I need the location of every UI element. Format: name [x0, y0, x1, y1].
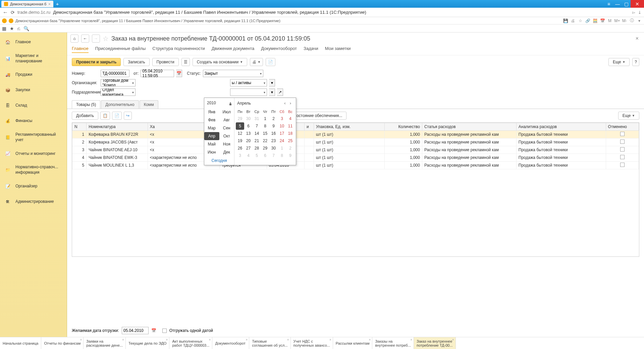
dp-day-cell[interactable]: 18: [286, 130, 294, 137]
dp-day-cell[interactable]: 7: [269, 152, 278, 159]
cell-cancelled[interactable]: [606, 162, 639, 169]
bottom-tab[interactable]: ×Отчеты по финансам: [41, 337, 84, 349]
dp-day-cell[interactable]: 8: [278, 152, 286, 159]
history-icon[interactable]: ⎌: [17, 26, 20, 31]
dp-day-cell[interactable]: 9: [286, 152, 294, 159]
dp-day-cell[interactable]: 30: [269, 144, 278, 152]
tab-files[interactable]: Присоединенные файлы: [95, 46, 146, 53]
tab-structure[interactable]: Структура подчиненности: [152, 46, 205, 53]
search-icon[interactable]: 🔍: [23, 26, 29, 31]
bottom-tab[interactable]: ×Заказ на внутреннеепотребление ТД-00...: [414, 337, 456, 349]
tool-link-icon[interactable]: 🔗: [585, 18, 590, 23]
bottom-tab[interactable]: Начальная страница: [0, 337, 41, 349]
dp-day-cell[interactable]: 30: [244, 115, 253, 122]
table-row[interactable]: 1Кофеварка BRAUN KF22R<хшт (1 шт)1,000Ра…: [72, 131, 639, 138]
col-expense[interactable]: Статья расходов: [422, 123, 516, 131]
tab-close-icon[interactable]: ×: [48, 2, 50, 6]
number-input[interactable]: ТД-00000001: [101, 70, 129, 77]
bottom-tab[interactable]: ×Рассылки клиентам: [333, 337, 373, 349]
dp-day-cell[interactable]: 14: [253, 130, 261, 137]
col-i[interactable]: и: [304, 123, 314, 131]
maximize-button[interactable]: ▢: [622, 0, 631, 8]
ship-single-checkbox[interactable]: [162, 329, 167, 333]
browser-tab[interactable]: Демонстрационная б ×: [1, 1, 53, 7]
dp-day-cell[interactable]: 6: [244, 122, 253, 130]
supply-status-button[interactable]: Состояние обеспечения...: [289, 112, 346, 120]
dp-day-cell[interactable]: 15: [261, 130, 269, 137]
tool-print-icon[interactable]: 🖨: [570, 18, 576, 23]
dp-day-cell[interactable]: 4: [244, 152, 253, 159]
dp-day-cell[interactable]: 21: [253, 137, 261, 144]
secondary-open-button[interactable]: ↗: [277, 89, 283, 96]
bottom-tab[interactable]: ×Текущие дела по ЭДО: [126, 337, 169, 349]
dp-next-month-button[interactable]: ›: [288, 101, 293, 106]
save-button[interactable]: Записать: [123, 58, 149, 66]
tool-dropdown-icon[interactable]: ▾: [637, 18, 642, 23]
dp-month-cell[interactable]: Янв: [204, 108, 219, 116]
dp-day-cell[interactable]: 25: [286, 137, 294, 144]
dp-day-cell[interactable]: 5: [253, 152, 261, 159]
group-dropdown-button[interactable]: ▾: [269, 79, 275, 86]
help-button[interactable]: ?: [632, 58, 639, 66]
dp-month-cell[interactable]: Окт: [219, 132, 234, 140]
dp-day-cell[interactable]: 10: [278, 122, 286, 130]
tab-tasks[interactable]: Задачи: [304, 46, 318, 53]
table-row[interactable]: 2Кофеварка JACOBS (Авст<хшт (1 шт)1,000Р…: [72, 138, 639, 146]
sidebar-item-accounting[interactable]: 📒Регламентированный учет: [0, 129, 67, 146]
tab-close-icon[interactable]: ×: [452, 338, 454, 342]
dp-day-cell[interactable]: 12: [236, 130, 244, 137]
tab-notes[interactable]: Мои заметки: [325, 46, 351, 53]
dp-day-cell[interactable]: 2: [269, 115, 278, 122]
sidebar-item-reference[interactable]: 📁Нормативно-справоч... информация: [0, 161, 67, 178]
home-button[interactable]: ⌂: [70, 35, 78, 43]
reload-button[interactable]: ⟳: [11, 10, 15, 15]
dp-day-cell[interactable]: 13: [244, 130, 253, 137]
ship-date-calendar-button[interactable]: 📅: [151, 328, 156, 333]
status-select[interactable]: Закрыт: [203, 70, 263, 77]
favorites-icon[interactable]: ★: [10, 26, 14, 31]
dp-day-cell[interactable]: 6: [261, 152, 269, 159]
dp-today-button[interactable]: Сегодня: [204, 156, 234, 165]
col-qty[interactable]: Количество: [384, 123, 422, 131]
inner-tab-goods[interactable]: Товары (5): [72, 100, 100, 109]
bottom-tab[interactable]: ×Заявки нарасходование дене...: [84, 337, 126, 349]
post-and-close-button[interactable]: Провести и закрыть: [72, 58, 121, 66]
copy-button[interactable]: 📋: [100, 112, 110, 120]
tool-calc-icon[interactable]: 🧮: [592, 18, 598, 23]
tab-close-icon[interactable]: ×: [410, 338, 412, 342]
col-name[interactable]: Номенклатура: [87, 123, 148, 131]
dp-day-cell[interactable]: 16: [269, 130, 278, 137]
tool-info-icon[interactable]: ⓘ: [629, 18, 635, 23]
tab-close-icon[interactable]: ×: [287, 338, 289, 342]
tab-docflow[interactable]: Документооборот: [261, 46, 297, 53]
dp-day-cell[interactable]: 26: [236, 144, 244, 152]
ship-date-input[interactable]: 05.04.2010: [122, 327, 149, 334]
table-row[interactable]: 4Чайник BINATONE EWK-3<характеристики не…: [72, 154, 639, 162]
dp-month-cell[interactable]: Апр: [204, 132, 219, 140]
sidebar-item-reports[interactable]: 📈Отчеты и мониторинг: [0, 146, 67, 161]
back-button[interactable]: ←: [3, 9, 8, 15]
secondary-select[interactable]: [230, 89, 267, 96]
report-button[interactable]: 📄: [266, 58, 275, 66]
cell-cancelled[interactable]: [606, 154, 639, 162]
bottom-tab[interactable]: ×Акт выполненныхработ ТДЦУ-000003...: [169, 337, 212, 349]
dp-day-cell[interactable]: 3: [278, 115, 286, 122]
dp-day-cell[interactable]: 23: [269, 137, 278, 144]
dp-month-cell[interactable]: Май: [204, 140, 219, 148]
tab-close-icon[interactable]: ×: [122, 338, 124, 342]
doc-close-button[interactable]: ×: [634, 36, 641, 42]
table-more-button[interactable]: Еще▼: [618, 112, 639, 120]
sidebar-item-marketing[interactable]: 📊Маркетинг и планирование: [0, 50, 67, 67]
dp-year-selector[interactable]: 2010: [204, 98, 234, 108]
inner-tab-comment[interactable]: Комм: [140, 100, 158, 109]
sidebar-item-purchases[interactable]: 📦Закупки: [0, 82, 67, 98]
apps-grid-icon[interactable]: ▦: [2, 26, 6, 31]
dp-day-cell[interactable]: 19: [236, 137, 244, 144]
dp-day-cell[interactable]: 1: [278, 144, 286, 152]
dp-month-cell[interactable]: Июл: [219, 108, 234, 116]
group-select[interactable]: ы / активы: [230, 79, 267, 86]
bottom-tab[interactable]: ×Учет НДС сполученных авансо...: [291, 337, 333, 349]
dp-day-cell[interactable]: 31: [253, 115, 261, 122]
sidebar-item-finance[interactable]: 💰Финансы: [0, 113, 67, 129]
page-arrow-icon[interactable]: ▻: [632, 10, 635, 15]
